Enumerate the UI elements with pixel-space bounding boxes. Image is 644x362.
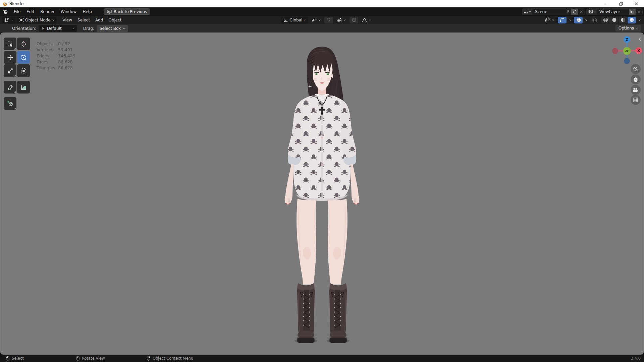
grid-ortho-icon [633, 97, 638, 103]
chevron-down-icon [529, 10, 531, 13]
gizmo-options-dropdown[interactable] [568, 17, 573, 23]
pan-view-button[interactable] [631, 74, 641, 84]
proportional-editing-icon [352, 17, 357, 22]
arm-left [285, 163, 293, 204]
tool-add-cube[interactable] [4, 97, 16, 110]
orientation-axes-icon [283, 18, 288, 22]
scene-statistics: Objects0 / 32 Vertices59,491 Edges146,42… [37, 41, 75, 71]
stat-label: Edges [37, 53, 55, 59]
proportional-falloff-dropdown[interactable] [360, 17, 373, 23]
shading-material-button[interactable] [619, 17, 627, 23]
tool-cursor[interactable] [17, 38, 30, 50]
shading-rendered-button[interactable] [628, 17, 636, 23]
chevron-down-icon [638, 19, 641, 21]
material-sphere-icon [621, 17, 626, 22]
sidebar-toggle-icon[interactable] [639, 37, 641, 41]
stat-label: Vertices [37, 47, 55, 53]
orientation-label: Orientation: [12, 26, 36, 31]
menu-object[interactable]: Object [106, 17, 124, 23]
overlays-icon [576, 17, 581, 22]
axis-negx-ball[interactable] [612, 48, 618, 54]
chevron-down-icon [72, 27, 75, 30]
menu-file[interactable]: File [11, 8, 23, 15]
close-icon [637, 10, 641, 13]
scene-selector: Scene [522, 8, 585, 15]
proportional-editing-toggle[interactable] [350, 17, 358, 23]
menu-select[interactable]: Select [75, 17, 93, 23]
browse-view-layer-button[interactable] [587, 9, 597, 15]
blender-menu-icon[interactable] [3, 9, 8, 14]
view-layer-name[interactable]: ViewLayer [597, 9, 629, 14]
object-visibility-dropdown[interactable] [542, 17, 556, 23]
new-view-layer-button[interactable] [629, 9, 636, 15]
status-hint-rotate-view: Rotate View [76, 355, 105, 362]
drag-dropdown[interactable]: Select Box [97, 25, 128, 32]
stat-value: 88,628 [58, 59, 73, 65]
drag-label: Drag: [83, 26, 94, 31]
scene-icon [523, 9, 529, 14]
camera-view-button[interactable] [631, 85, 641, 95]
blender-version: 3.4.0 [631, 355, 641, 362]
new-scene-button[interactable] [571, 9, 578, 15]
tool-more-indicator [14, 91, 16, 93]
editor-type-button[interactable] [2, 17, 15, 23]
snap-increment-icon [336, 17, 342, 22]
perspective-toggle-button[interactable] [631, 95, 641, 105]
pin-scene-button[interactable] [565, 9, 571, 15]
boot-left[interactable] [297, 283, 315, 343]
shading-options-dropdown[interactable] [637, 17, 642, 23]
shading-solid-button[interactable] [610, 17, 619, 23]
chevron-down-icon [552, 19, 554, 21]
xray-toggle[interactable] [590, 17, 599, 23]
restore-button[interactable] [613, 0, 629, 7]
tool-scale[interactable] [4, 64, 16, 77]
delete-view-layer-button[interactable] [636, 9, 642, 15]
mode-dropdown[interactable]: Object Mode [17, 17, 57, 23]
right-mouse-icon [147, 356, 150, 361]
boot-right[interactable] [329, 283, 347, 343]
minimize-button[interactable] [598, 0, 613, 7]
scene-name[interactable]: Scene [532, 9, 565, 14]
tool-more-indicator [14, 75, 16, 76]
axis-negz-ball[interactable] [624, 58, 630, 64]
tool-move[interactable] [4, 51, 16, 64]
menu-add[interactable]: Add [93, 17, 106, 23]
axis-z-ball[interactable]: Z [624, 36, 630, 43]
tool-transform[interactable] [17, 64, 30, 77]
view-layer-selector: ViewLayer [586, 8, 643, 15]
viewport-canvas[interactable]: Objects0 / 32 Vertices59,491 Edges146,42… [0, 33, 644, 355]
menu-edit[interactable]: Edit [23, 8, 37, 15]
orientation-dropdown[interactable]: Default [39, 25, 77, 32]
show-gizmo-toggle[interactable] [558, 17, 567, 23]
tool-select-box[interactable] [4, 38, 16, 50]
close-button[interactable] [629, 0, 644, 7]
transform-orientation-dropdown[interactable]: Global [281, 17, 308, 23]
snap-target-dropdown[interactable] [334, 17, 348, 23]
delete-scene-button[interactable] [578, 9, 585, 15]
axis-x-ball[interactable]: X [635, 47, 642, 54]
back-to-previous-button[interactable]: Back to Previous [104, 8, 151, 15]
duplicate-icon [573, 10, 577, 14]
zoom-view-button[interactable] [631, 64, 641, 74]
axis-front-ball[interactable]: -Y [623, 47, 631, 55]
menu-render[interactable]: Render [37, 8, 58, 15]
menu-view[interactable]: View [60, 17, 75, 23]
tool-measure[interactable] [17, 81, 30, 94]
character-model[interactable] [279, 45, 366, 347]
overlays-options-dropdown[interactable] [584, 17, 589, 23]
close-icon [580, 10, 583, 13]
browse-scene-button[interactable] [522, 9, 532, 15]
shading-wireframe-button[interactable] [601, 17, 610, 23]
stat-value: 59,491 [58, 47, 73, 53]
tool-annotate[interactable] [4, 81, 16, 94]
tool-rotate[interactable] [17, 51, 30, 64]
window-titlebar: Blender [0, 0, 644, 7]
options-dropdown[interactable]: Options [615, 25, 641, 32]
xray-icon [592, 17, 597, 22]
menu-help[interactable]: Help [79, 8, 95, 15]
pivot-point-dropdown[interactable] [310, 17, 323, 23]
snap-toggle[interactable] [324, 17, 333, 23]
hand-icon [633, 77, 638, 82]
menu-window[interactable]: Window [58, 8, 79, 15]
show-overlays-toggle[interactable] [574, 17, 583, 23]
